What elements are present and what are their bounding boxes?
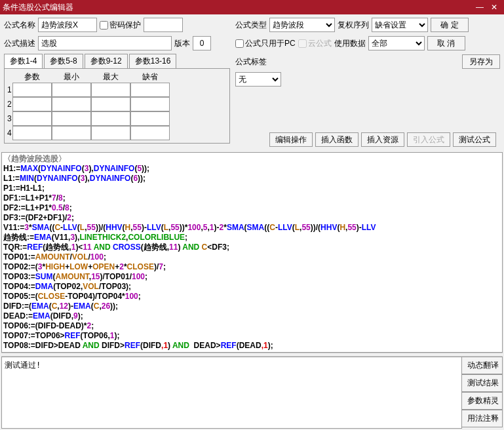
bottom-panel: 测试通过! 动态翻译 测试结果 参数精灵 用法注释	[1, 357, 503, 429]
edit-op-button[interactable]: 编辑操作	[269, 132, 313, 147]
test-result-button[interactable]: 测试结果	[462, 374, 503, 392]
password-input[interactable]	[144, 18, 183, 32]
version-label: 版本	[174, 38, 190, 49]
param-1-min[interactable]	[52, 83, 91, 97]
type-label: 公式类型	[235, 20, 267, 31]
param-grid: 参数最小最大缺省 1 2 3 4	[4, 69, 230, 144]
param-1-name[interactable]	[12, 83, 52, 97]
param-1-default[interactable]	[130, 83, 170, 97]
minimize-icon[interactable]: —	[473, 3, 487, 12]
param-3-name[interactable]	[12, 111, 52, 126]
param-2-name[interactable]	[12, 97, 52, 111]
type-select[interactable]: 趋势波段	[269, 18, 335, 32]
name-label: 公式名称	[4, 20, 35, 31]
param-4-min[interactable]	[52, 126, 91, 140]
formula-editor[interactable]: 〈趋势波段选股〉 H1:=MAX(DYNAINFO(3),DYNAINFO(5)…	[1, 152, 503, 353]
usage-notes-button[interactable]: 用法注释	[462, 410, 503, 427]
param-2-max[interactable]	[91, 97, 130, 111]
insert-func-button[interactable]: 插入函数	[315, 132, 359, 147]
param-4-default[interactable]	[130, 126, 170, 140]
param-1-max[interactable]	[91, 83, 130, 97]
only-pc-checkbox[interactable]: 公式只用于PC	[235, 38, 296, 49]
insert-res-button[interactable]: 插入资源	[361, 132, 404, 147]
save-as-button[interactable]: 另存为	[462, 54, 500, 69]
desc-label: 公式描述	[4, 38, 35, 49]
tab-params-9-12[interactable]: 参数9-12	[85, 54, 128, 68]
desc-input[interactable]	[38, 36, 172, 50]
fuquan-select[interactable]: 缺省设置	[372, 18, 428, 32]
window-title: 条件选股公式编辑器	[3, 2, 473, 13]
cloud-checkbox: 云公式	[298, 38, 332, 49]
param-3-max[interactable]	[91, 111, 130, 126]
ok-button[interactable]: 确 定	[431, 18, 469, 32]
cancel-button[interactable]: 取 消	[427, 36, 465, 50]
param-2-min[interactable]	[52, 97, 91, 111]
tab-params-5-8[interactable]: 参数5-8	[44, 54, 83, 68]
tab-params-13-16[interactable]: 参数13-16	[129, 54, 177, 68]
param-2-default[interactable]	[130, 97, 170, 111]
name-input[interactable]	[38, 18, 97, 32]
param-3-min[interactable]	[52, 111, 91, 126]
titlebar: 条件选股公式编辑器 — ✕	[0, 0, 504, 14]
toolbar: 编辑操作 插入函数 插入资源 引入公式 测试公式	[235, 132, 500, 149]
tab-params-1-4[interactable]: 参数1-4	[4, 54, 43, 68]
param-tabs: 参数1-4 参数5-8 参数9-12 参数13-16	[4, 54, 230, 69]
tag-label: 公式标签	[235, 56, 267, 68]
version-input[interactable]	[193, 36, 211, 50]
test-formula-button[interactable]: 测试公式	[453, 132, 496, 147]
fuquan-label: 复权序列	[338, 20, 369, 31]
param-4-name[interactable]	[12, 126, 52, 140]
close-icon[interactable]: ✕	[487, 3, 501, 12]
dynamic-translate-button[interactable]: 动态翻译	[462, 357, 503, 374]
param-4-max[interactable]	[91, 126, 130, 140]
top-form: 公式名称 密码保护 公式描述 版本 参数1-4 参数5-8 参数9-12 参数1…	[0, 14, 504, 152]
use-data-select[interactable]: 全部	[368, 36, 425, 50]
output-area: 测试通过!	[1, 357, 462, 429]
side-buttons: 动态翻译 测试结果 参数精灵 用法注释	[462, 357, 503, 429]
param-3-default[interactable]	[130, 111, 170, 126]
use-data-label: 使用数据	[334, 38, 366, 49]
editor-title: 〈趋势波段选股〉	[3, 154, 66, 163]
import-formula-button: 引入公式	[407, 132, 450, 147]
password-protect-checkbox[interactable]: 密码保护	[100, 20, 141, 31]
param-wizard-button[interactable]: 参数精灵	[462, 392, 503, 410]
tag-select[interactable]: 无	[235, 72, 281, 87]
